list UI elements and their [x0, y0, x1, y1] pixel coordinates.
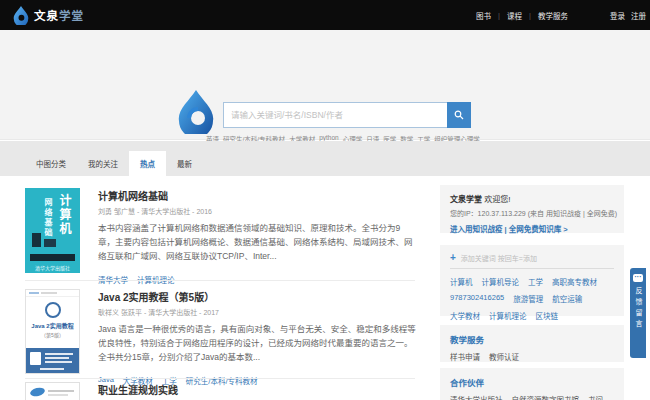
book-cover-career-planning[interactable] — [25, 382, 80, 400]
followed-tags: 计算机 计算机导论 工学 高职高专教材 9787302416265 旅游管理 航… — [450, 276, 614, 321]
partners-title: 合作伙伴 — [450, 376, 614, 388]
feedback-label: 反馈留言 — [633, 287, 643, 331]
add-keyword-row[interactable]: + 添加关键词 按回车=添加 — [450, 253, 614, 269]
partner-link[interactable]: 书问 — [588, 394, 603, 400]
partners-links: 清华大学出版社 自然资源数字图书馆 书问 — [450, 394, 614, 400]
brand-name-secondary: 学堂 — [59, 10, 84, 22]
search-hero: 英语 研究生/本科/专科教材 大学教材 python 心理学 日语 医学 数学 … — [0, 30, 650, 140]
waterdrop-logo-icon — [12, 5, 30, 25]
teaching-service-title: 教学服务 — [450, 333, 614, 345]
list-divider — [25, 378, 415, 379]
welcome-brand: 文泉学堂 — [450, 195, 482, 204]
nav-separator: | — [498, 11, 500, 20]
cover-subtitle: 网络基础 — [42, 198, 53, 238]
teaching-service-panel: 教学服务 样书申请 教师认证 — [440, 325, 624, 362]
nav-courses[interactable]: 课程 — [507, 10, 522, 21]
tab-hot[interactable]: 热点 — [129, 151, 166, 176]
cover-footer-bar — [30, 254, 75, 261]
followed-tag[interactable]: 计算机导论 — [482, 276, 520, 287]
followed-tag[interactable]: 旅游管理 — [513, 293, 543, 304]
followed-tag[interactable]: 工学 — [528, 276, 543, 287]
cover-graphic — [45, 361, 72, 363]
partners-panel: 合作伙伴 清华大学出版社 自然资源数字图书馆 书问 — [440, 368, 624, 400]
followed-tag[interactable]: 计算机理论 — [489, 310, 527, 321]
book-info: 计算机网络基础 刘勇 邹广慧 - 清华大学出版社 - 2016 本书内容涵盖了计… — [98, 188, 416, 285]
book-title[interactable]: 职业生涯规划实践 — [98, 382, 416, 397]
book-description: Java 语言是一种很优秀的语言，具有面向对象、与平台无关、安全、稳定和多线程等… — [98, 322, 416, 364]
followed-tag[interactable]: 高职高专教材 — [552, 276, 597, 287]
wqxuetang-homepage: 文泉学堂 图书 | 课程 | 教学服务 登录 注册 — [0, 0, 650, 400]
brand-name-primary: 文泉 — [34, 10, 59, 22]
list-divider — [25, 280, 415, 281]
cover-header-strip — [26, 290, 79, 297]
followed-tag[interactable]: 大学教材 — [450, 310, 480, 321]
partner-link[interactable]: 自然资源数字图书馆 — [512, 394, 580, 400]
cover-footer-band — [26, 348, 79, 373]
followed-tag[interactable]: 9787302416265 — [450, 293, 504, 304]
sample-book-request-link[interactable]: 样书申请 — [450, 351, 480, 362]
partner-link[interactable]: 清华大学出版社 — [450, 394, 503, 400]
tab-my-follow[interactable]: 我的关注 — [77, 151, 129, 176]
search-icon — [454, 110, 464, 120]
cover-edition: （第5版） — [26, 331, 79, 338]
cover-title: 计算机 — [56, 194, 73, 236]
category-tabbar: 中图分类 我的关注 热点 最新 — [0, 141, 650, 176]
cover-graphic — [45, 357, 69, 359]
followed-keywords-panel: + 添加关键词 按回车=添加 计算机 计算机导论 工学 高职高专教材 97873… — [440, 245, 624, 316]
book-description: 本书内容涵盖了计算机网络和数据通信领域的基础知识、原理和技术。全书分为9章，主要… — [98, 221, 416, 263]
cover-graphic — [40, 368, 64, 370]
cover-graphic — [29, 386, 45, 397]
content-area: 网络基础 计算机 清华大学出版社 计算机网络基础 刘勇 邹广慧 - 清华大学出版… — [0, 176, 650, 400]
cover-graphic — [48, 394, 68, 396]
main-nav: 图书 | 课程 | 教学服务 — [476, 0, 568, 30]
nav-teaching-service[interactable]: 教学服务 — [538, 10, 568, 21]
welcome-line: 文泉学堂 欢迎您! — [450, 193, 614, 204]
book-meta: 耿祥义 张跃平 - 清华大学出版社 - 2017 — [98, 307, 416, 317]
search-button[interactable] — [447, 102, 471, 128]
book-meta: 刘勇 邹广慧 - 清华大学出版社 - 2016 — [98, 206, 416, 216]
register-link[interactable]: 注册 — [631, 10, 646, 21]
book-title[interactable]: Java 2实用教程（第5版） — [98, 289, 416, 304]
cover-emblem — [45, 302, 61, 318]
search-input[interactable] — [223, 102, 447, 128]
knowledge-base-link[interactable]: 进入用知识战疫 | 全网免费知识库 > — [450, 223, 614, 234]
book-cover-java[interactable]: Java 2实用教程 （第5版） — [25, 289, 80, 374]
welcome-greeting: 欢迎您! — [484, 195, 510, 204]
teacher-certification-link[interactable]: 教师认证 — [489, 351, 519, 362]
login-link[interactable]: 登录 — [610, 10, 625, 21]
cover-graphic — [48, 390, 74, 392]
cover-graphic — [44, 239, 56, 247]
plus-icon[interactable]: + — [450, 254, 456, 262]
user-ip-line: 您的IP：120.37.113.229 (来自 用知识战疫 | 全网免费) — [450, 208, 614, 218]
cover-title: Java 2实用教程 — [26, 321, 79, 330]
tab-latest[interactable]: 最新 — [166, 151, 203, 176]
brand-logo[interactable]: 文泉学堂 — [12, 5, 84, 25]
followed-tag[interactable]: 区块链 — [536, 310, 559, 321]
cover-graphic — [45, 353, 73, 355]
nav-books[interactable]: 图书 — [476, 10, 491, 21]
book-title[interactable]: 计算机网络基础 — [98, 188, 416, 203]
nav-separator: | — [529, 11, 531, 20]
book-info: Java 2实用教程（第5版） 耿祥义 张跃平 - 清华大学出版社 - 2017… — [98, 289, 416, 386]
cover-graphic — [41, 292, 57, 294]
search-bar — [223, 102, 471, 128]
followed-tag[interactable]: 航空运输 — [552, 293, 582, 304]
book-info: 职业生涯规划实践 刘丽 王艳 张静 等 - 清华大学出版社 - 2018 — [98, 382, 416, 400]
brand-name: 文泉学堂 — [34, 7, 84, 23]
teaching-service-links: 样书申请 教师认证 — [450, 351, 614, 362]
cover-graphic — [30, 352, 41, 365]
book-cover-computer-network[interactable]: 网络基础 计算机 清华大学出版社 — [25, 188, 80, 273]
cover-graphic — [32, 233, 41, 247]
welcome-panel: 文泉学堂 欢迎您! 您的IP：120.37.113.229 (来自 用知识战疫 … — [440, 185, 624, 233]
cover-graphic — [29, 292, 39, 294]
comment-icon: ··· — [633, 274, 643, 282]
top-navbar: 文泉学堂 图书 | 课程 | 教学服务 登录 注册 — [0, 0, 650, 30]
feedback-button[interactable]: ··· 反馈留言 — [630, 268, 646, 358]
waterdrop-logo-large — [176, 88, 216, 134]
cover-publisher: 清华大学出版社 — [25, 264, 80, 271]
tab-clc-classification[interactable]: 中图分类 — [25, 151, 77, 176]
auth-links: 登录 注册 — [610, 0, 646, 30]
add-keyword-placeholder: 添加关键词 按回车=添加 — [461, 253, 537, 263]
followed-tag[interactable]: 计算机 — [450, 276, 473, 287]
